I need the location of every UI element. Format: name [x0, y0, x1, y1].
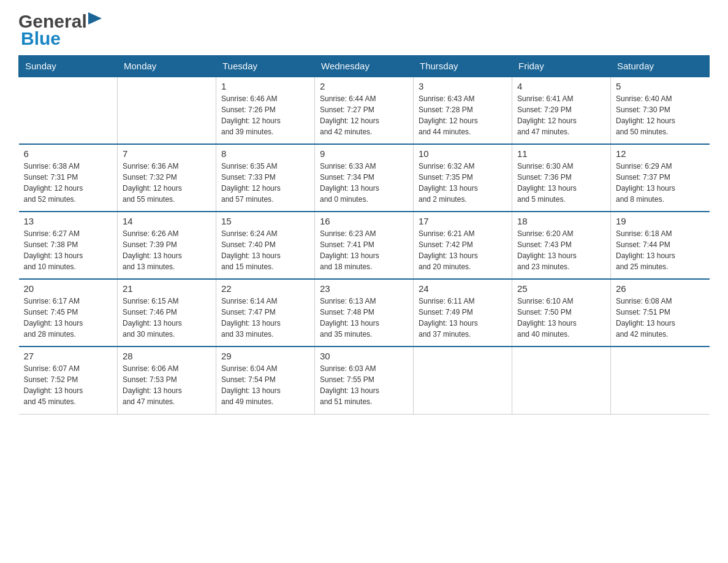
day-info: Sunrise: 6:18 AMSunset: 7:44 PMDaylight:…: [616, 228, 705, 272]
day-number: 1: [221, 81, 309, 91]
day-info: Sunrise: 6:35 AMSunset: 7:33 PMDaylight:…: [221, 161, 309, 205]
day-info: Sunrise: 6:27 AMSunset: 7:38 PMDaylight:…: [24, 228, 113, 272]
day-number: 2: [320, 81, 408, 91]
weekday-header-tuesday: Tuesday: [216, 56, 315, 77]
calendar-cell: 19Sunrise: 6:18 AMSunset: 7:44 PMDayligh…: [611, 212, 710, 279]
calendar-cell: 8Sunrise: 6:35 AMSunset: 7:33 PMDaylight…: [216, 144, 315, 212]
day-info: Sunrise: 6:20 AMSunset: 7:43 PMDaylight:…: [517, 228, 605, 272]
day-info: Sunrise: 6:06 AMSunset: 7:53 PMDaylight:…: [123, 363, 211, 407]
logo-flag-icon: [88, 12, 102, 31]
calendar-cell: 6Sunrise: 6:38 AMSunset: 7:31 PMDaylight…: [19, 144, 118, 212]
calendar-cell: 25Sunrise: 6:10 AMSunset: 7:50 PMDayligh…: [512, 279, 611, 347]
calendar-cell: 12Sunrise: 6:29 AMSunset: 7:37 PMDayligh…: [611, 144, 710, 212]
weekday-header-thursday: Thursday: [414, 56, 512, 77]
day-number: 16: [320, 216, 408, 226]
calendar-cell: 21Sunrise: 6:15 AMSunset: 7:46 PMDayligh…: [118, 279, 216, 347]
day-info: Sunrise: 6:13 AMSunset: 7:48 PMDaylight:…: [320, 296, 408, 340]
weekday-header-saturday: Saturday: [611, 56, 710, 77]
calendar-cell: 15Sunrise: 6:24 AMSunset: 7:40 PMDayligh…: [216, 212, 315, 279]
day-number: 12: [616, 148, 705, 159]
day-info: Sunrise: 6:29 AMSunset: 7:37 PMDaylight:…: [616, 161, 705, 205]
calendar-cell: 2Sunrise: 6:44 AMSunset: 7:27 PMDaylight…: [315, 77, 414, 144]
day-number: 21: [123, 283, 211, 294]
calendar-cell: 16Sunrise: 6:23 AMSunset: 7:41 PMDayligh…: [315, 212, 414, 279]
calendar-cell: 5Sunrise: 6:40 AMSunset: 7:30 PMDaylight…: [611, 77, 710, 144]
day-info: Sunrise: 6:03 AMSunset: 7:55 PMDaylight:…: [320, 363, 408, 407]
day-info: Sunrise: 6:17 AMSunset: 7:45 PMDaylight:…: [24, 296, 113, 340]
day-info: Sunrise: 6:14 AMSunset: 7:47 PMDaylight:…: [221, 296, 309, 340]
day-info: Sunrise: 6:40 AMSunset: 7:30 PMDaylight:…: [616, 93, 705, 137]
svg-marker-0: [88, 12, 102, 25]
day-number: 6: [24, 148, 113, 159]
day-number: 18: [517, 216, 605, 226]
day-info: Sunrise: 6:08 AMSunset: 7:51 PMDaylight:…: [616, 296, 705, 340]
calendar-cell: 30Sunrise: 6:03 AMSunset: 7:55 PMDayligh…: [315, 347, 414, 414]
calendar-cell: 20Sunrise: 6:17 AMSunset: 7:45 PMDayligh…: [19, 279, 118, 347]
week-row-1: 1Sunrise: 6:46 AMSunset: 7:26 PMDaylight…: [19, 77, 710, 144]
week-row-3: 13Sunrise: 6:27 AMSunset: 7:38 PMDayligh…: [19, 212, 710, 279]
day-info: Sunrise: 6:04 AMSunset: 7:54 PMDaylight:…: [221, 363, 309, 407]
day-number: 4: [517, 81, 605, 91]
day-info: Sunrise: 6:15 AMSunset: 7:46 PMDaylight:…: [123, 296, 211, 340]
page-header: General Blue: [18, 12, 710, 49]
calendar-cell: [611, 347, 710, 414]
calendar-cell: [414, 347, 512, 414]
day-number: 24: [419, 283, 507, 294]
weekday-header-row: SundayMondayTuesdayWednesdayThursdayFrid…: [19, 56, 710, 77]
day-number: 28: [123, 351, 211, 361]
day-info: Sunrise: 6:33 AMSunset: 7:34 PMDaylight:…: [320, 161, 408, 205]
calendar-cell: 10Sunrise: 6:32 AMSunset: 7:35 PMDayligh…: [414, 144, 512, 212]
weekday-header-monday: Monday: [118, 56, 216, 77]
day-number: 7: [123, 148, 211, 159]
week-row-2: 6Sunrise: 6:38 AMSunset: 7:31 PMDaylight…: [19, 144, 710, 212]
calendar-cell: 17Sunrise: 6:21 AMSunset: 7:42 PMDayligh…: [414, 212, 512, 279]
day-info: Sunrise: 6:11 AMSunset: 7:49 PMDaylight:…: [419, 296, 507, 340]
calendar-cell: [19, 77, 118, 144]
day-info: Sunrise: 6:30 AMSunset: 7:36 PMDaylight:…: [517, 161, 605, 205]
day-info: Sunrise: 6:43 AMSunset: 7:28 PMDaylight:…: [419, 93, 507, 137]
calendar-cell: 22Sunrise: 6:14 AMSunset: 7:47 PMDayligh…: [216, 279, 315, 347]
calendar-cell: 26Sunrise: 6:08 AMSunset: 7:51 PMDayligh…: [611, 279, 710, 347]
day-number: 5: [616, 81, 705, 91]
day-info: Sunrise: 6:10 AMSunset: 7:50 PMDaylight:…: [517, 296, 605, 340]
day-number: 8: [221, 148, 309, 159]
day-number: 23: [320, 283, 408, 294]
day-info: Sunrise: 6:41 AMSunset: 7:29 PMDaylight:…: [517, 93, 605, 137]
day-number: 3: [419, 81, 507, 91]
week-row-5: 27Sunrise: 6:07 AMSunset: 7:52 PMDayligh…: [19, 347, 710, 414]
calendar-cell: 4Sunrise: 6:41 AMSunset: 7:29 PMDaylight…: [512, 77, 611, 144]
calendar-cell: 29Sunrise: 6:04 AMSunset: 7:54 PMDayligh…: [216, 347, 315, 414]
weekday-header-friday: Friday: [512, 56, 611, 77]
day-number: 11: [517, 148, 605, 159]
day-info: Sunrise: 6:21 AMSunset: 7:42 PMDaylight:…: [419, 228, 507, 272]
day-number: 29: [221, 351, 309, 361]
calendar-table: SundayMondayTuesdayWednesdayThursdayFrid…: [18, 55, 710, 415]
day-number: 20: [24, 283, 113, 294]
day-info: Sunrise: 6:24 AMSunset: 7:40 PMDaylight:…: [221, 228, 309, 272]
calendar-cell: 1Sunrise: 6:46 AMSunset: 7:26 PMDaylight…: [216, 77, 315, 144]
day-number: 9: [320, 148, 408, 159]
day-number: 19: [616, 216, 705, 226]
calendar-cell: 13Sunrise: 6:27 AMSunset: 7:38 PMDayligh…: [19, 212, 118, 279]
day-number: 10: [419, 148, 507, 159]
calendar-cell: 23Sunrise: 6:13 AMSunset: 7:48 PMDayligh…: [315, 279, 414, 347]
week-row-4: 20Sunrise: 6:17 AMSunset: 7:45 PMDayligh…: [19, 279, 710, 347]
calendar-cell: 9Sunrise: 6:33 AMSunset: 7:34 PMDaylight…: [315, 144, 414, 212]
day-info: Sunrise: 6:23 AMSunset: 7:41 PMDaylight:…: [320, 228, 408, 272]
calendar-cell: 7Sunrise: 6:36 AMSunset: 7:32 PMDaylight…: [118, 144, 216, 212]
logo: General Blue: [18, 12, 103, 49]
day-number: 13: [24, 216, 113, 226]
calendar-cell: 18Sunrise: 6:20 AMSunset: 7:43 PMDayligh…: [512, 212, 611, 279]
day-info: Sunrise: 6:38 AMSunset: 7:31 PMDaylight:…: [24, 161, 113, 205]
calendar-cell: 27Sunrise: 6:07 AMSunset: 7:52 PMDayligh…: [19, 347, 118, 414]
day-number: 26: [616, 283, 705, 294]
day-info: Sunrise: 6:46 AMSunset: 7:26 PMDaylight:…: [221, 93, 309, 137]
calendar-cell: 3Sunrise: 6:43 AMSunset: 7:28 PMDaylight…: [414, 77, 512, 144]
weekday-header-wednesday: Wednesday: [315, 56, 414, 77]
day-number: 27: [24, 351, 113, 361]
calendar-cell: 24Sunrise: 6:11 AMSunset: 7:49 PMDayligh…: [414, 279, 512, 347]
calendar-cell: 14Sunrise: 6:26 AMSunset: 7:39 PMDayligh…: [118, 212, 216, 279]
day-info: Sunrise: 6:44 AMSunset: 7:27 PMDaylight:…: [320, 93, 408, 137]
calendar-cell: [118, 77, 216, 144]
day-info: Sunrise: 6:26 AMSunset: 7:39 PMDaylight:…: [123, 228, 211, 272]
